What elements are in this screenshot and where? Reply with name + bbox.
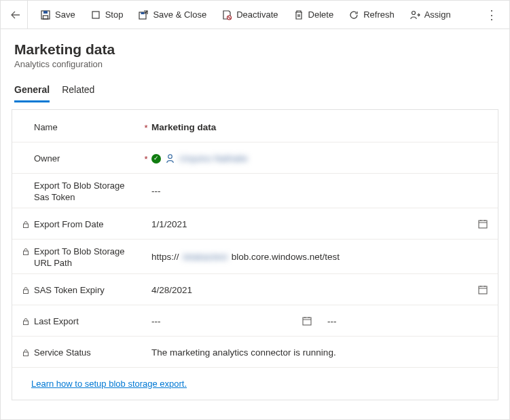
owner-name: Urquino Nathalie <box>179 153 248 164</box>
from-date-value[interactable]: 1/1/2021 <box>151 217 488 229</box>
help-link-row: Learn how to setup blob storage export. <box>12 368 498 398</box>
svg-rect-11 <box>24 251 29 255</box>
last-export-value[interactable]: --- --- <box>151 314 488 326</box>
svg-rect-2 <box>43 16 48 19</box>
svg-rect-16 <box>24 352 29 356</box>
expiry-value[interactable]: 4/28/2021 <box>151 283 488 295</box>
form-panel: Name * Marketing data Owner * ✓ Urquino … <box>12 109 498 400</box>
overflow-menu-button[interactable]: ⋮ <box>481 4 503 26</box>
tab-general[interactable]: General <box>14 80 50 102</box>
deactivate-button[interactable]: Deactivate <box>215 5 285 24</box>
assign-label: Assign <box>424 9 451 20</box>
save-close-label: Save & Close <box>153 9 206 20</box>
refresh-label: Refresh <box>363 9 395 20</box>
field-name: Name * Marketing data <box>12 111 498 142</box>
svg-rect-3 <box>92 12 99 18</box>
save-close-icon <box>138 9 149 20</box>
svg-point-8 <box>168 155 172 159</box>
person-icon <box>165 153 175 164</box>
back-button[interactable] <box>3 1 28 29</box>
field-last-export: Last Export --- --- <box>12 305 498 337</box>
calendar-icon[interactable] <box>477 284 488 295</box>
tab-related[interactable]: Related <box>62 80 94 102</box>
stop-icon <box>90 9 101 20</box>
owner-label: Owner <box>22 151 141 165</box>
required-marker: * <box>141 151 151 164</box>
svg-rect-9 <box>24 224 29 228</box>
field-sas-token: Export To Blob Storage Sas Token --- <box>12 174 498 208</box>
field-sas-expiry: SAS Token Expiry 4/28/2021 <box>12 274 498 305</box>
sas-token-value[interactable]: --- <box>151 185 488 196</box>
tab-list: General Related <box>1 73 509 102</box>
trash-icon <box>293 9 304 20</box>
field-export-from-date: Export From Date 1/1/2021 <box>12 208 498 240</box>
svg-rect-5 <box>141 12 145 14</box>
back-arrow-icon <box>10 9 21 20</box>
svg-rect-13 <box>479 286 487 294</box>
lock-icon <box>22 221 30 229</box>
sas-token-label: Export To Blob Storage Sas Token <box>22 178 141 204</box>
command-list: Save Stop Save & Close Deactivate Delete… <box>28 5 481 24</box>
save-icon <box>40 9 51 20</box>
delete-label: Delete <box>308 9 334 20</box>
delete-button[interactable]: Delete <box>287 5 341 24</box>
page-subtitle: Analytics configuration <box>14 59 496 69</box>
page-header: Marketing data Analytics configuration <box>1 29 509 73</box>
stop-button[interactable]: Stop <box>84 5 130 24</box>
assign-icon <box>409 9 420 20</box>
url-path-value[interactable]: https://tetakactestblob.core.windows.net… <box>151 250 488 262</box>
more-vertical-icon: ⋮ <box>486 7 498 22</box>
page-title: Marketing data <box>14 41 496 58</box>
required-marker: * <box>141 120 151 133</box>
name-value[interactable]: Marketing data <box>151 121 488 132</box>
command-bar: Save Stop Save & Close Deactivate Delete… <box>1 1 509 29</box>
assign-button[interactable]: Assign <box>403 5 458 24</box>
svg-rect-1 <box>43 11 48 14</box>
save-button[interactable]: Save <box>33 5 82 24</box>
lock-icon <box>22 286 30 294</box>
from-date-label: Export From Date <box>22 216 141 231</box>
last-export-label: Last Export <box>22 313 141 328</box>
service-status-value: The marketing analytics connector is run… <box>151 346 488 358</box>
setup-help-link[interactable]: Learn how to setup blob storage export. <box>31 379 187 389</box>
service-status-label: Service Status <box>22 345 141 359</box>
deactivate-icon <box>221 9 232 20</box>
svg-rect-12 <box>24 290 29 294</box>
refresh-icon <box>348 9 359 20</box>
save-close-button[interactable]: Save & Close <box>131 5 213 24</box>
svg-rect-10 <box>479 221 487 228</box>
calendar-icon[interactable] <box>477 218 488 229</box>
svg-point-7 <box>412 11 415 14</box>
lock-icon <box>22 349 30 357</box>
svg-rect-14 <box>24 321 29 325</box>
field-owner: Owner * ✓ Urquino Nathalie <box>12 142 498 174</box>
stop-label: Stop <box>105 9 124 20</box>
lock-icon <box>22 248 30 256</box>
svg-rect-15 <box>303 318 311 325</box>
lock-icon <box>22 318 30 326</box>
save-label: Save <box>55 9 75 20</box>
owner-value[interactable]: ✓ Urquino Nathalie <box>151 152 488 164</box>
url-path-label: Export To Blob Storage URL Path <box>22 244 141 269</box>
field-url-path: Export To Blob Storage URL Path https://… <box>12 240 498 274</box>
deactivate-label: Deactivate <box>236 9 278 20</box>
expiry-label: SAS Token Expiry <box>22 282 141 297</box>
verified-icon: ✓ <box>151 154 161 164</box>
field-service-status: Service Status The marketing analytics c… <box>12 337 498 368</box>
name-label: Name <box>22 119 141 134</box>
refresh-button[interactable]: Refresh <box>342 5 401 24</box>
calendar-icon[interactable] <box>302 316 312 326</box>
